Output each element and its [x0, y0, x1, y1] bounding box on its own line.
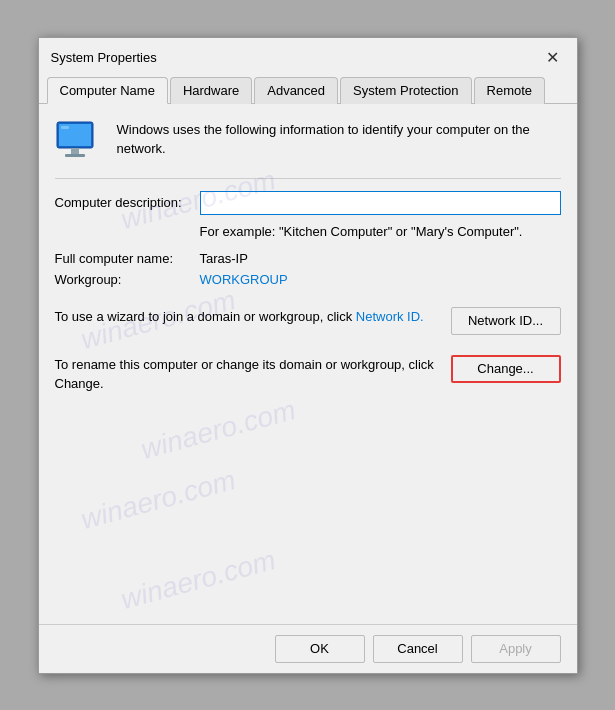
- network-id-section: To use a wizard to join a domain or work…: [55, 307, 561, 335]
- workgroup-value: WORKGROUP: [200, 272, 288, 287]
- watermark-4: winaero.com: [77, 464, 239, 536]
- full-name-row: Full computer name: Taras-IP: [55, 251, 561, 266]
- tab-advanced[interactable]: Advanced: [254, 77, 338, 104]
- watermark-5: winaero.com: [117, 544, 279, 616]
- watermark-3: winaero.com: [137, 394, 299, 466]
- computer-icon: [55, 120, 103, 162]
- tab-hardware[interactable]: Hardware: [170, 77, 252, 104]
- title-bar: System Properties ✕: [39, 38, 577, 70]
- info-text: Windows uses the following information t…: [117, 120, 561, 159]
- workgroup-row: Workgroup: WORKGROUP: [55, 272, 561, 287]
- system-properties-window: System Properties ✕ Computer Name Hardwa…: [38, 37, 578, 674]
- tab-system-protection[interactable]: System Protection: [340, 77, 472, 104]
- full-name-value: Taras-IP: [200, 251, 248, 266]
- description-label: Computer description:: [55, 195, 200, 210]
- tab-content: winaero.com winaero.com winaero.com wina…: [39, 104, 577, 624]
- bottom-bar: OK Cancel Apply: [39, 624, 577, 673]
- ok-button[interactable]: OK: [275, 635, 365, 663]
- tab-computer-name[interactable]: Computer Name: [47, 77, 168, 104]
- window-title: System Properties: [51, 50, 157, 65]
- info-row: Windows uses the following information t…: [55, 120, 561, 162]
- tab-remote[interactable]: Remote: [474, 77, 546, 104]
- description-input[interactable]: [200, 191, 561, 215]
- network-id-button[interactable]: Network ID...: [451, 307, 561, 335]
- description-row: Computer description:: [55, 191, 561, 215]
- svg-rect-3: [71, 148, 79, 154]
- svg-rect-4: [65, 154, 85, 157]
- apply-button[interactable]: Apply: [471, 635, 561, 663]
- close-button[interactable]: ✕: [541, 46, 565, 70]
- divider-1: [55, 178, 561, 179]
- change-button[interactable]: Change...: [451, 355, 561, 383]
- change-text: To rename this computer or change its do…: [55, 355, 435, 394]
- workgroup-label: Workgroup:: [55, 272, 200, 287]
- example-text: For example: "Kitchen Computer" or "Mary…: [200, 223, 561, 241]
- cancel-button[interactable]: Cancel: [373, 635, 463, 663]
- svg-rect-5: [61, 126, 69, 129]
- full-name-label: Full computer name:: [55, 251, 200, 266]
- tabs-container: Computer Name Hardware Advanced System P…: [39, 70, 577, 104]
- network-id-link[interactable]: Network ID.: [356, 309, 424, 324]
- change-section: To rename this computer or change its do…: [55, 355, 561, 394]
- network-id-text: To use a wizard to join a domain or work…: [55, 307, 435, 327]
